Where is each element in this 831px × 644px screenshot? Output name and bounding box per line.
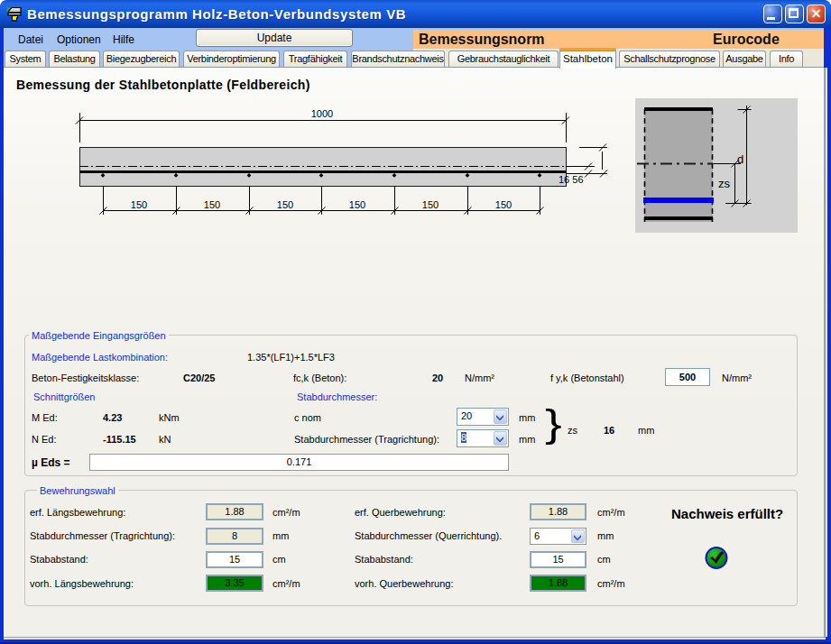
svg-text:150: 150 xyxy=(131,199,147,210)
svg-text:zs: zs xyxy=(718,177,731,190)
svg-text:150: 150 xyxy=(277,199,293,210)
svg-text:150: 150 xyxy=(495,199,512,210)
svg-text:1000: 1000 xyxy=(311,108,333,119)
svg-text:150: 150 xyxy=(204,199,220,210)
svg-text:150: 150 xyxy=(349,199,365,210)
svg-text:d: d xyxy=(737,152,743,166)
svg-text:150: 150 xyxy=(422,199,439,210)
svg-text:16 56: 16 56 xyxy=(559,174,584,185)
